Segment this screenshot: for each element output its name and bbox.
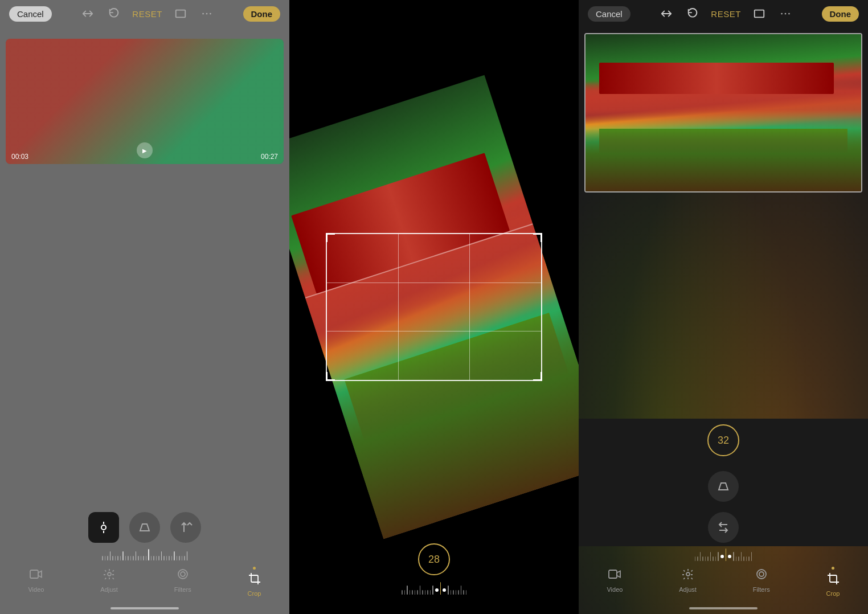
svg-point-14 — [788, 13, 790, 15]
flip-horizontal-icon-3[interactable] — [658, 6, 674, 22]
tab-adjust-label-1: Adjust — [100, 586, 118, 593]
tab-video-label-3: Video — [607, 586, 623, 593]
svg-rect-11 — [755, 10, 764, 18]
adjust-tab-icon — [103, 568, 116, 584]
crop-rotate-tool-btn[interactable] — [88, 512, 119, 543]
timestamp-end: 00:27 — [261, 153, 278, 161]
tab-video-1[interactable]: Video — [28, 568, 44, 597]
angle-badge-3: 32 — [707, 424, 739, 456]
bottom-area-3: 32 — [579, 419, 868, 614]
done-button-3[interactable]: Done — [822, 6, 859, 22]
filters-tab-icon — [176, 568, 190, 584]
tab-adjust-label-3: Adjust — [679, 586, 697, 593]
adjust-tab-icon-3 — [681, 568, 695, 584]
tab-crop-label-3: Crop — [826, 590, 840, 597]
video-preview-1: ▶ 00:03 00:27 — [6, 39, 284, 164]
tool-buttons-row-1 — [0, 506, 289, 546]
tab-adjust-1[interactable]: Adjust — [100, 568, 118, 597]
rotate-icon-3[interactable] — [685, 6, 701, 22]
svg-point-10 — [181, 572, 185, 576]
crop-active-indicator — [253, 567, 256, 570]
tab-video-label-1: Video — [28, 586, 44, 593]
bottom-area-1: Video Adjust Filters Crop — [0, 506, 289, 614]
svg-point-8 — [108, 572, 111, 576]
tool-buttons-row-3: 32 — [579, 419, 868, 546]
image-preview-3 — [584, 33, 862, 193]
perspective-tool-btn[interactable] — [129, 512, 160, 543]
rotation-dial-3[interactable] — [579, 546, 868, 563]
home-indicator-1 — [110, 607, 179, 609]
svg-point-4 — [101, 525, 106, 530]
reset-button-1[interactable]: RESET — [132, 9, 162, 19]
crop-tab-icon — [248, 572, 261, 588]
svg-point-18 — [759, 572, 764, 576]
rotation-dial-1[interactable] — [0, 546, 289, 563]
tab-adjust-3[interactable]: Adjust — [679, 568, 697, 597]
flip-tool-btn[interactable] — [170, 512, 201, 543]
crop-active-indicator-3 — [832, 567, 834, 570]
more-options-icon[interactable] — [199, 6, 215, 22]
tab-filters-3[interactable]: Filters — [753, 568, 770, 597]
svg-point-1 — [202, 13, 204, 15]
panel-center: 28 — [289, 0, 579, 614]
top-bar-left: Cancel RESET Done — [0, 0, 289, 27]
svg-point-12 — [781, 13, 783, 15]
panel3-garden-scene — [586, 34, 861, 191]
rotation-dial-2[interactable] — [349, 580, 519, 597]
svg-point-2 — [206, 13, 207, 15]
angle-badge-2: 28 — [418, 543, 450, 575]
tab-filters-label-3: Filters — [753, 586, 770, 593]
tab-filters-label-1: Filters — [174, 586, 191, 593]
tab-filters-1[interactable]: Filters — [174, 568, 191, 597]
flip-tool-btn-3[interactable] — [708, 512, 739, 543]
home-indicator-3 — [689, 607, 758, 609]
cancel-button-1[interactable]: Cancel — [9, 6, 52, 22]
aspect-ratio-icon-3[interactable] — [751, 6, 767, 22]
bottom-controls-2: 28 — [289, 543, 579, 614]
panel-left: Cancel RESET Done ▶ 00:03 00:27 — [0, 0, 289, 614]
tabs-row-3: Video Adjust Filters Crop — [579, 563, 868, 605]
crop-overlay[interactable] — [326, 233, 542, 381]
svg-rect-7 — [30, 570, 38, 578]
filters-tab-icon-3 — [755, 568, 768, 584]
crop-corner-tr[interactable] — [533, 233, 542, 242]
top-bar-right: Cancel RESET Done — [579, 0, 868, 27]
perspective-tool-btn-3[interactable] — [708, 471, 739, 502]
svg-point-16 — [686, 572, 690, 576]
tab-crop-1[interactable]: Crop — [248, 568, 261, 597]
flip-horizontal-icon[interactable] — [80, 6, 96, 22]
svg-rect-15 — [609, 570, 617, 578]
video-tab-icon — [29, 568, 43, 584]
svg-point-3 — [210, 13, 211, 15]
top-bar-left-side: Cancel — [9, 6, 52, 22]
timestamp-start: 00:03 — [11, 153, 28, 161]
play-button-overlay[interactable]: ▶ — [137, 142, 153, 158]
svg-point-13 — [784, 13, 786, 15]
more-options-icon-3[interactable] — [777, 6, 793, 22]
video-tab-icon-3 — [608, 568, 621, 584]
crop-tab-icon-3 — [826, 572, 840, 588]
crop-corner-br[interactable] — [533, 372, 542, 381]
done-button-1[interactable]: Done — [243, 6, 281, 22]
aspect-ratio-icon[interactable] — [173, 6, 189, 22]
svg-point-9 — [178, 570, 187, 579]
tab-crop-3[interactable]: Crop — [826, 568, 840, 597]
crop-corner-bl[interactable] — [326, 372, 335, 381]
tab-video-3[interactable]: Video — [607, 568, 623, 597]
panel-right: Cancel RESET Done 32 — [579, 0, 868, 614]
reset-button-3[interactable]: RESET — [711, 9, 741, 19]
svg-point-17 — [757, 570, 766, 579]
svg-rect-0 — [176, 10, 186, 18]
tab-crop-label-1: Crop — [248, 590, 261, 597]
tabs-row-1: Video Adjust Filters Crop — [0, 563, 289, 605]
rotate-icon[interactable] — [106, 6, 122, 22]
cancel-button-3[interactable]: Cancel — [588, 6, 630, 22]
crop-corner-tl[interactable] — [326, 233, 335, 242]
